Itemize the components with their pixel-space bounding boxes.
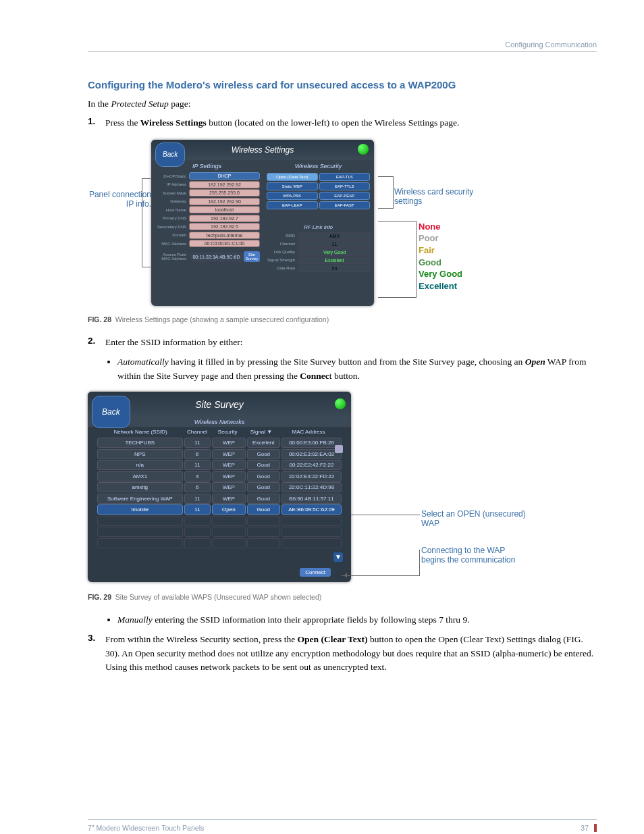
ap-mac-field: 00:11:22:3A:4B:5C:6D (190, 253, 242, 261)
open-clear-text-button[interactable]: Open (Clear Text) (267, 173, 318, 181)
site-survey-window: Back Site Survey Wireless Networks Netwo… (88, 392, 351, 582)
window-title: Back Site Survey (88, 392, 351, 417)
eap-peap-button[interactable]: EAP-PEAP (319, 192, 371, 200)
wireless-security-header: Wireless Security (265, 161, 371, 172)
back-button[interactable]: Back (155, 142, 185, 167)
table-row[interactable]: TECHPUBS11WEPExcellent00:00:E3:00:FB:26 (97, 438, 342, 448)
fig28-caption: FIG. 28 Wireless Settings page (showing … (88, 315, 597, 323)
fig28-left-label: Panel connection IP info. (84, 190, 151, 209)
table-row (97, 538, 342, 548)
wireless-settings-window: Back Wireless Settings IP Settings DHCP/… (151, 140, 374, 306)
table-row[interactable]: NPS6WEPGood00:02:E3:02:EA:02 (97, 449, 342, 459)
step-2: 2. Enter the SSID information by either: (88, 336, 597, 350)
step-3: 3. From within the Wireless Security sec… (88, 633, 597, 675)
section-heading: Configuring the Modero's wireless card f… (88, 79, 597, 90)
step-2b: Manually entering the SSID information i… (117, 613, 597, 627)
connect-button[interactable]: Connect (300, 568, 331, 577)
figure-29: Back Site Survey Wireless Networks Netwo… (88, 392, 597, 588)
table-row (97, 516, 342, 526)
domain-field[interactable]: techpubs.internal (189, 232, 260, 239)
table-row[interactable]: n/a11WEPGood00:22:E2:42:F2:22 (97, 460, 342, 470)
page-footer: 7" Modero Widescreen Touch Panels 37 (88, 819, 597, 832)
rf-signal-strength: Excellent (298, 257, 371, 264)
table-row[interactable]: tmobile11OpenGoodAE:B6:09:5C:62:09 (97, 504, 342, 515)
table-row[interactable]: AMX14WEPGood22:02:E3:22:FD:22 (97, 471, 342, 481)
window-title: Back Wireless Settings (151, 140, 374, 160)
back-button[interactable]: Back (92, 396, 130, 428)
step-1: 1. Press the Wireless Settings button (l… (88, 116, 597, 130)
status-led-icon (335, 398, 346, 409)
fig28-right-label: Wireless card security settings (394, 187, 489, 206)
eap-ttls-button[interactable]: EAP-TTLS (319, 182, 371, 190)
ip-address-field[interactable]: 192.192.292.92 (189, 181, 260, 188)
rf-data-rate: 54 (298, 265, 371, 272)
rf-link-quality: Very Good (298, 249, 371, 256)
mac-address-field: 00:C0:00:B1:C1:00 (189, 240, 260, 247)
secondary-dns-field[interactable]: 192.192.92.5 (189, 223, 260, 230)
table-header-row: Network Name (SSID) Channel Security Sig… (88, 427, 351, 437)
primary-dns-field[interactable]: 192.192.92.7 (189, 215, 260, 222)
fig29-annotation-connect: Connecting to the WAP begins the communi… (421, 546, 529, 565)
table-row[interactable]: amxitg6WEPGood22:0C:11:22:4D:98 (97, 482, 342, 492)
site-survey-button[interactable]: Site Survey (244, 251, 260, 262)
eap-tls-button[interactable]: EAP-TLS (319, 173, 371, 181)
status-led-icon (358, 144, 369, 155)
hostname-field[interactable]: localhost (189, 206, 260, 213)
intro-line: In the Protected Setup page: (88, 99, 597, 109)
quality-legend: None Poor Fair Good Very Good Excellent (419, 221, 462, 292)
eap-leap-button[interactable]: EAP-LEAP (267, 201, 318, 209)
page-number: 37 (581, 824, 597, 832)
gateway-field[interactable]: 192.192.292.90 (189, 198, 260, 205)
rf-channel: 11 (298, 240, 371, 248)
fig29-caption: FIG. 29 Site Survey of available WAPS (U… (88, 593, 597, 601)
wpa-psk-button[interactable]: WPA-PSK (267, 192, 318, 200)
static-wep-button[interactable]: Static WEP (267, 182, 318, 190)
table-row (97, 527, 342, 537)
fig29-annotation-open-wap: Select an OPEN (unsecured) WAP (421, 509, 529, 528)
figure-28: Panel connection IP info. Back Wireless … (88, 140, 597, 310)
rf-ssid: AMX (298, 232, 371, 240)
subnet-mask-field[interactable]: 255.255.255.0 (189, 189, 260, 197)
rf-link-info-header: RF Link Info (265, 224, 371, 232)
step-2a: Automatically having it filled in by pre… (117, 355, 597, 384)
table-row[interactable]: Software Engineering WAP11WEPGoodB6:90:4… (97, 494, 342, 504)
lock-icon (335, 445, 343, 453)
eap-fast-button[interactable]: EAP-FAST (319, 201, 371, 209)
dhcp-button[interactable]: DHCP (189, 172, 260, 180)
header-breadcrumb: Configuring Communication (88, 41, 597, 52)
